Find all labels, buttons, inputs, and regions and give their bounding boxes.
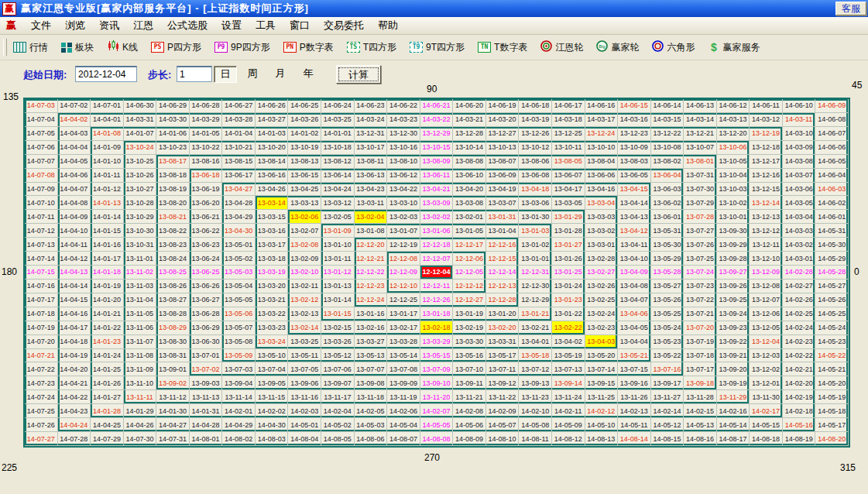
date-cell[interactable]: 13-06-18 bbox=[190, 169, 223, 183]
date-cell[interactable]: 14-06-07 bbox=[815, 127, 849, 141]
date-cell[interactable]: 13-08-18 bbox=[156, 169, 190, 183]
date-cell[interactable]: 13-02-24 bbox=[585, 307, 619, 321]
date-cell[interactable]: 13-12-25 bbox=[552, 127, 585, 141]
date-cell[interactable]: 14-03-23 bbox=[387, 113, 420, 127]
date-cell[interactable]: 14-02-01 bbox=[222, 404, 256, 418]
date-cell[interactable]: 14-02-23 bbox=[783, 335, 816, 349]
toolbar-button-9T四方形[interactable]: T99T四方形 bbox=[410, 41, 465, 54]
date-cell[interactable]: 12-12-30 bbox=[519, 280, 552, 293]
date-cell[interactable]: 13-04-12 bbox=[618, 224, 651, 238]
date-cell[interactable]: 13-05-27 bbox=[651, 280, 684, 293]
date-cell[interactable]: 14-03-24 bbox=[355, 113, 388, 127]
date-cell[interactable]: 13-02-04 bbox=[355, 210, 388, 224]
date-cell[interactable]: 14-01-21 bbox=[91, 307, 124, 321]
date-cell[interactable]: 13-12-30 bbox=[387, 127, 420, 141]
date-cell[interactable]: 13-02-15 bbox=[321, 321, 355, 335]
date-cell[interactable]: 13-04-23 bbox=[355, 183, 388, 197]
date-cell[interactable]: 14-01-17 bbox=[91, 252, 124, 266]
date-cell[interactable]: 13-07-31 bbox=[684, 169, 717, 183]
date-cell[interactable]: 13-08-26 bbox=[156, 280, 190, 293]
date-cell[interactable]: 13-06-23 bbox=[190, 238, 223, 252]
date-cell[interactable]: 14-07-14 bbox=[25, 252, 58, 266]
date-cell[interactable]: 14-01-01 bbox=[321, 127, 355, 141]
date-cell[interactable]: 13-03-10 bbox=[387, 196, 420, 210]
date-cell[interactable]: 13-12-19 bbox=[750, 127, 783, 141]
date-cell[interactable]: 13-04-01 bbox=[519, 335, 552, 349]
date-cell[interactable]: 13-02-25 bbox=[585, 293, 619, 307]
date-cell[interactable]: 14-07-13 bbox=[25, 238, 58, 252]
date-cell[interactable]: 14-06-18 bbox=[519, 99, 552, 113]
date-cell[interactable]: 14-03-18 bbox=[552, 113, 585, 127]
toolbar-button-9P四方形[interactable]: P99P四方形 bbox=[214, 41, 270, 54]
date-cell[interactable]: 14-02-20 bbox=[783, 376, 816, 390]
date-cell[interactable]: 13-09-05 bbox=[256, 376, 289, 390]
date-cell[interactable]: 13-07-25 bbox=[684, 252, 717, 266]
date-cell[interactable]: 14-04-13 bbox=[58, 266, 91, 280]
date-cell[interactable]: 14-06-05 bbox=[815, 155, 849, 169]
date-cell[interactable]: 13-07-20 bbox=[684, 321, 717, 335]
menu-item-交易委托[interactable]: 交易委托 bbox=[317, 17, 371, 34]
date-cell[interactable]: 13-07-10 bbox=[453, 362, 486, 376]
date-cell[interactable]: 13-01-06 bbox=[420, 224, 454, 238]
date-cell[interactable]: 13-06-17 bbox=[222, 169, 256, 183]
date-cell[interactable]: 13-04-09 bbox=[618, 266, 651, 280]
date-cell[interactable]: 14-08-01 bbox=[190, 432, 223, 446]
date-cell[interactable]: 13-01-02 bbox=[519, 238, 552, 252]
date-cell[interactable]: 14-03-30 bbox=[156, 113, 190, 127]
date-cell[interactable]: 13-07-07 bbox=[355, 362, 388, 376]
date-cell[interactable]: 13-07-22 bbox=[684, 293, 717, 307]
date-cell[interactable]: 14-03-22 bbox=[420, 113, 454, 127]
date-cell[interactable]: 13-11-18 bbox=[355, 390, 388, 404]
date-cell[interactable]: 14-08-12 bbox=[552, 432, 585, 446]
date-cell[interactable]: 14-01-28 bbox=[91, 404, 124, 418]
date-cell[interactable]: 13-10-03 bbox=[717, 183, 750, 197]
date-cell[interactable]: 14-08-14 bbox=[618, 432, 651, 446]
date-cell[interactable]: 13-10-30 bbox=[124, 224, 157, 238]
date-cell[interactable]: 12-12-28 bbox=[486, 293, 520, 307]
date-cell[interactable]: 14-08-04 bbox=[288, 432, 321, 446]
date-cell[interactable]: 13-08-07 bbox=[486, 155, 520, 169]
date-cell[interactable]: 14-04-28 bbox=[190, 418, 223, 432]
date-cell[interactable]: 14-03-07 bbox=[783, 169, 816, 183]
date-cell[interactable]: 14-02-16 bbox=[717, 404, 750, 418]
date-cell[interactable]: 13-12-24 bbox=[585, 127, 619, 141]
date-cell[interactable]: 13-02-02 bbox=[420, 210, 454, 224]
menu-item-窗口[interactable]: 窗口 bbox=[283, 17, 317, 34]
date-cell[interactable]: 14-03-03 bbox=[783, 224, 816, 238]
date-cell[interactable]: 13-11-22 bbox=[486, 390, 520, 404]
date-cell[interactable]: 14-06-08 bbox=[815, 113, 849, 127]
date-cell[interactable]: 14-03-02 bbox=[783, 238, 816, 252]
date-cell[interactable]: 13-07-05 bbox=[288, 362, 321, 376]
date-cell[interactable]: 14-07-27 bbox=[25, 432, 58, 446]
date-cell[interactable]: 13-08-16 bbox=[190, 155, 223, 169]
date-cell[interactable]: 13-02-13 bbox=[288, 307, 321, 321]
date-cell[interactable]: 12-12-25 bbox=[387, 293, 420, 307]
date-cell[interactable]: 14-07-25 bbox=[25, 404, 58, 418]
date-cell[interactable]: 13-01-18 bbox=[420, 307, 454, 321]
date-cell[interactable]: 13-10-29 bbox=[124, 210, 157, 224]
date-cell[interactable]: 13-06-06 bbox=[585, 169, 619, 183]
date-cell[interactable]: 13-12-11 bbox=[750, 238, 783, 252]
date-cell[interactable]: 14-01-23 bbox=[91, 335, 124, 349]
date-cell[interactable]: 14-02-05 bbox=[355, 404, 388, 418]
date-cell[interactable]: 14-08-08 bbox=[420, 432, 454, 446]
date-cell[interactable]: 12-12-29 bbox=[519, 293, 552, 307]
date-cell[interactable]: 13-05-23 bbox=[651, 335, 684, 349]
date-cell[interactable]: 14-06-01 bbox=[815, 210, 849, 224]
date-cell[interactable]: 14-06-23 bbox=[355, 99, 388, 113]
date-cell[interactable]: 14-06-28 bbox=[190, 99, 223, 113]
date-cell[interactable]: 14-04-26 bbox=[124, 418, 157, 432]
date-cell[interactable]: 14-08-20 bbox=[815, 432, 849, 446]
date-cell[interactable]: 13-08-11 bbox=[355, 155, 388, 169]
date-cell[interactable]: 13-01-20 bbox=[486, 307, 520, 321]
date-cell[interactable]: 13-12-31 bbox=[355, 127, 388, 141]
date-cell[interactable]: 13-01-03 bbox=[519, 224, 552, 238]
date-cell[interactable]: 14-04-03 bbox=[58, 127, 91, 141]
date-cell[interactable]: 13-09-03 bbox=[190, 376, 223, 390]
date-cell[interactable]: 14-07-11 bbox=[25, 210, 58, 224]
date-cell[interactable]: 13-11-21 bbox=[453, 390, 486, 404]
date-cell[interactable]: 14-06-14 bbox=[651, 99, 684, 113]
date-cell[interactable]: 13-09-28 bbox=[717, 252, 750, 266]
date-cell[interactable]: 13-05-14 bbox=[387, 349, 420, 363]
date-cell[interactable]: 13-09-17 bbox=[651, 376, 684, 390]
